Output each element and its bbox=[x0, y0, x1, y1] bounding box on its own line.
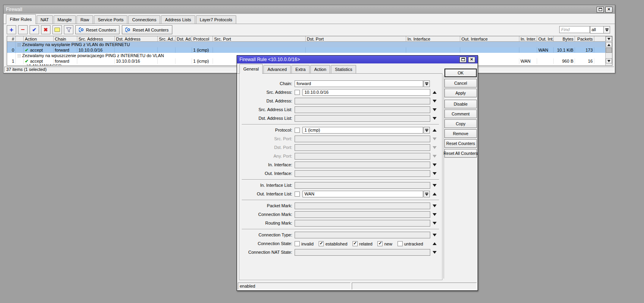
expand-arrow-icon[interactable] bbox=[433, 234, 437, 236]
col-packets[interactable]: Packets bbox=[575, 36, 594, 42]
connection-state-untracked[interactable]: untracked bbox=[398, 241, 423, 246]
out-interface-field[interactable] bbox=[295, 170, 430, 177]
tab-extra[interactable]: Extra bbox=[291, 65, 310, 73]
protocol-field[interactable]: 1 (icmp) bbox=[302, 127, 423, 134]
connection-state-new[interactable]: new bbox=[377, 241, 392, 246]
col-in-interface-list[interactable]: In. Inter... bbox=[519, 36, 537, 42]
cancel-button[interactable]: Cancel bbox=[444, 79, 477, 87]
remove-button[interactable]: Remove bbox=[444, 129, 477, 138]
connection-mark-field[interactable] bbox=[295, 211, 430, 218]
collapse-arrow-icon[interactable] bbox=[433, 193, 437, 195]
tab-mangle[interactable]: Mangle bbox=[54, 15, 76, 24]
src-address-checkbox[interactable] bbox=[295, 90, 300, 95]
comment-rule-button[interactable] bbox=[52, 25, 62, 34]
col-flags[interactable] bbox=[16, 36, 24, 42]
col-dst-address-list[interactable]: Dst. Ad... bbox=[175, 36, 192, 42]
scrollbar-thumb[interactable] bbox=[606, 48, 612, 53]
find-scope-select[interactable]: all bbox=[590, 26, 610, 33]
expand-arrow-icon[interactable] bbox=[433, 204, 437, 207]
col-src-address-list[interactable]: Src. Ad... bbox=[158, 36, 175, 42]
tab-address-lists[interactable]: Address Lists bbox=[161, 15, 195, 24]
connection-type-field[interactable] bbox=[295, 232, 430, 238]
tab-filter-rules[interactable]: Filter Rules bbox=[6, 14, 36, 24]
tab-advanced[interactable]: Advanced bbox=[263, 65, 291, 73]
invalid-checkbox[interactable] bbox=[295, 241, 300, 246]
expand-arrow-icon[interactable] bbox=[433, 213, 437, 216]
collapse-arrow-icon[interactable] bbox=[433, 242, 437, 245]
in-interface-list-field[interactable] bbox=[295, 182, 430, 189]
reset-all-counters-button[interactable]: Reset All Counters bbox=[122, 25, 172, 34]
rule-row-0[interactable]: 0 ✔accept forward 10.10.0.0/16 1 (icmp) … bbox=[7, 47, 606, 53]
scroll-up-button[interactable] bbox=[606, 42, 612, 47]
src-address-list-field[interactable] bbox=[295, 106, 430, 113]
tab-service-ports[interactable]: Service Ports bbox=[94, 15, 127, 24]
untracked-checkbox[interactable] bbox=[398, 241, 403, 246]
tab-connections[interactable]: Connections bbox=[128, 15, 160, 24]
out-interface-list-field[interactable]: WAN bbox=[302, 191, 423, 197]
expand-arrow-icon[interactable] bbox=[433, 251, 437, 254]
find-scope-dropdown-icon[interactable] bbox=[603, 26, 610, 33]
related-checkbox[interactable] bbox=[353, 241, 358, 246]
col-out-interface-list[interactable]: Out. Int... bbox=[537, 36, 554, 42]
connection-state-invalid[interactable]: invalid bbox=[295, 241, 314, 246]
tab-action[interactable]: Action bbox=[310, 65, 330, 73]
tab-raw[interactable]: Raw bbox=[77, 15, 93, 24]
dialog-close-button[interactable]: ✕ bbox=[468, 57, 475, 63]
disable-rule-button[interactable]: ✖ bbox=[41, 25, 50, 34]
in-interface-field[interactable] bbox=[295, 162, 430, 168]
scroll-down-button[interactable] bbox=[606, 58, 612, 63]
col-src-address[interactable]: Src. Address bbox=[77, 36, 115, 42]
dialog-titlebar[interactable]: Firewall Rule <10.10.0.0/16> ✕ bbox=[237, 56, 478, 63]
maximize-button[interactable] bbox=[597, 7, 604, 13]
col-action[interactable]: Action bbox=[24, 36, 54, 42]
expand-arrow-icon[interactable] bbox=[433, 108, 437, 111]
protocol-dropdown-icon[interactable] bbox=[424, 127, 430, 134]
filter-button[interactable] bbox=[64, 25, 73, 34]
tab-layer7-protocols[interactable]: Layer7 Protocols bbox=[196, 15, 237, 24]
column-select-button[interactable] bbox=[606, 36, 612, 41]
collapse-arrow-icon[interactable] bbox=[433, 129, 437, 132]
col-number[interactable]: # bbox=[7, 36, 16, 42]
expand-arrow-icon[interactable] bbox=[433, 164, 437, 166]
reset-counters-button[interactable]: Reset Counters bbox=[444, 139, 477, 148]
col-out-interface[interactable]: Out. Interface bbox=[460, 36, 519, 42]
out-interface-list-checkbox[interactable] bbox=[295, 191, 300, 197]
packet-mark-field[interactable] bbox=[295, 203, 430, 209]
connection-nat-state-field[interactable] bbox=[295, 249, 430, 256]
find-input[interactable] bbox=[559, 26, 590, 33]
comment-row-1[interactable]: ::: Zezwalamy na wysylanie PING z VLAN d… bbox=[7, 42, 606, 47]
add-rule-button[interactable]: + bbox=[7, 25, 16, 34]
dst-address-list-field[interactable] bbox=[295, 115, 430, 122]
tab-nat[interactable]: NAT bbox=[37, 15, 53, 24]
disable-button[interactable]: Disable bbox=[444, 100, 477, 108]
expand-arrow-icon[interactable] bbox=[433, 222, 437, 225]
col-protocol[interactable]: Protocol bbox=[192, 36, 213, 42]
firewall-titlebar[interactable]: Firewall ✕ bbox=[4, 5, 615, 14]
new-checkbox[interactable] bbox=[377, 241, 383, 246]
col-src-port[interactable]: Src. Port bbox=[213, 36, 306, 42]
dst-address-field[interactable] bbox=[295, 98, 430, 104]
tab-general[interactable]: General bbox=[239, 64, 263, 74]
expand-arrow-icon[interactable] bbox=[433, 117, 437, 120]
chain-dropdown-icon[interactable] bbox=[424, 80, 430, 87]
established-checkbox[interactable] bbox=[319, 241, 324, 246]
src-address-field[interactable]: 10.10.0.0/16 bbox=[302, 89, 430, 96]
col-dst-address[interactable]: Dst. Address bbox=[115, 36, 158, 42]
connection-state-established[interactable]: established bbox=[319, 241, 347, 246]
copy-button[interactable]: Copy bbox=[444, 119, 477, 128]
col-in-interface[interactable]: In. Interface bbox=[406, 36, 460, 42]
remove-rule-button[interactable]: − bbox=[18, 25, 28, 34]
col-dst-port[interactable]: Dst. Port bbox=[306, 36, 406, 42]
reset-counters-button[interactable]: Reset Counters bbox=[75, 25, 119, 34]
apply-button[interactable]: Apply bbox=[444, 89, 477, 97]
close-button[interactable]: ✕ bbox=[605, 7, 612, 13]
chain-field[interactable]: forward bbox=[295, 80, 423, 87]
protocol-checkbox[interactable] bbox=[295, 128, 300, 133]
ok-button[interactable]: OK bbox=[444, 69, 477, 77]
connection-state-related[interactable]: related bbox=[353, 241, 373, 246]
out-interface-list-dropdown-icon[interactable] bbox=[424, 191, 430, 197]
collapse-arrow-icon[interactable] bbox=[433, 91, 437, 94]
col-chain[interactable]: Chain bbox=[54, 36, 77, 42]
comment-button[interactable]: Comment bbox=[444, 110, 477, 118]
expand-arrow-icon[interactable] bbox=[433, 184, 437, 187]
